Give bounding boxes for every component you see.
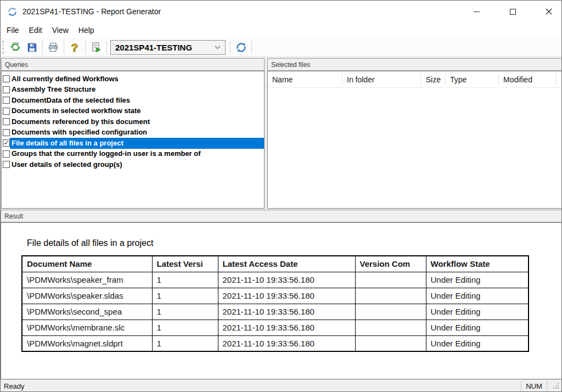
queries-pane: Queries All currently defined WorkflowsA… [1, 58, 265, 209]
run-report-button[interactable] [88, 40, 104, 55]
result-cell: \PDMWorks\membrane.slc [22, 320, 152, 335]
result-cell: \PDMWorks\speaker_fram [22, 272, 152, 288]
result-cell [355, 320, 426, 335]
checkbox[interactable] [3, 108, 10, 115]
menu-help[interactable]: Help [74, 24, 99, 37]
column-header-type[interactable]: Type [446, 74, 499, 86]
maximize-button[interactable] [500, 1, 525, 23]
result-column-header: Version Com [355, 256, 426, 272]
report-selector-combo[interactable]: 2021SP41-TESTING [110, 40, 226, 55]
resize-grip[interactable] [552, 383, 560, 391]
checkbox[interactable] [3, 75, 10, 82]
status-bar: Ready NUM [1, 379, 561, 392]
result-column-header: Workflow State [426, 256, 529, 272]
query-item-label: File details of all files in a project [10, 138, 264, 149]
result-cell: 1 [152, 272, 218, 288]
column-header-modified[interactable]: Modified [499, 74, 557, 86]
toolbar: ? 2021SP41-TESTING [1, 38, 561, 57]
query-item[interactable]: Documents referenced by this document [2, 116, 264, 127]
result-cell: 2021-11-10 19:33:56.180 [218, 335, 355, 351]
query-item[interactable]: Groups that the currently logged-in user… [2, 149, 264, 160]
menu-file[interactable]: File [2, 24, 24, 37]
title-bar: 2021SP41-TESTING - Report Generator [1, 1, 561, 23]
result-column-header: Latest Versi [152, 256, 218, 272]
checkbox[interactable] [3, 86, 10, 93]
app-sync-icon [7, 6, 18, 17]
result-header-row: Document NameLatest VersiLatest Access D… [22, 256, 529, 272]
result-cell [355, 272, 426, 288]
result-pane: Result File details of all files in a pr… [1, 210, 562, 379]
checkbox[interactable] [3, 129, 10, 136]
result-cell: \PDMWorks\magnet.sldprt [22, 335, 152, 351]
result-cell: Under Editing [426, 335, 529, 351]
checkbox[interactable] [3, 161, 10, 168]
maximize-icon [510, 9, 516, 15]
result-table: Document NameLatest VersiLatest Access D… [21, 255, 529, 352]
refresh-document-icon [10, 42, 21, 53]
result-cell: 2021-11-10 19:33:56.180 [218, 272, 355, 288]
toolbar-separator [230, 40, 231, 54]
toolbar-separator [251, 40, 252, 54]
toolbar-separator [64, 40, 64, 54]
refresh-document-button[interactable] [7, 40, 24, 55]
column-header-size[interactable]: Size [421, 74, 446, 86]
query-item-label: Documents referenced by this document [10, 116, 264, 127]
query-item[interactable]: Documents with specified configuration [2, 127, 264, 138]
result-cell: 1 [152, 320, 218, 335]
report-selector-value: 2021SP41-TESTING [115, 43, 215, 52]
table-row: \PDMWorks\magnet.sldprt12021-11-10 19:33… [22, 335, 529, 351]
queries-pane-caption: Queries [1, 58, 265, 71]
result-cell [355, 304, 426, 320]
selected-files-list [268, 88, 561, 208]
checkbox[interactable] [3, 150, 10, 158]
toolbar-gripper[interactable] [2, 41, 4, 54]
result-cell [355, 335, 426, 351]
result-cell: \PDMWorks\second_spea [22, 304, 152, 320]
result-cell: 2021-11-10 19:33:56.180 [218, 304, 355, 320]
checkbox[interactable] [3, 97, 10, 104]
result-cell: Under Editing [426, 272, 529, 288]
query-item[interactable]: All currently defined Workflows [2, 74, 264, 85]
query-item-label: Assembly Tree Structure [10, 84, 264, 95]
close-button[interactable] [536, 1, 561, 23]
refresh-button[interactable] [233, 40, 249, 55]
menu-view[interactable]: View [47, 24, 74, 37]
table-row: \PDMWorks\speaker.sldas12021-11-10 19:33… [22, 288, 529, 304]
query-item[interactable]: DocumentData of the selected files [2, 95, 264, 106]
queries-list: All currently defined WorkflowsAssembly … [1, 71, 265, 209]
help-icon: ? [71, 42, 78, 53]
save-icon [27, 42, 37, 53]
selected-files-pane-caption: Selected files [267, 58, 562, 71]
column-header-name[interactable]: Name [268, 74, 342, 86]
query-item[interactable]: Assembly Tree Structure [2, 85, 264, 96]
menu-edit[interactable]: Edit [24, 24, 47, 37]
selected-files-column-headers: NameIn folderSizeTypeModified [268, 71, 561, 88]
selected-files-listview: NameIn folderSizeTypeModified [267, 71, 562, 209]
query-item[interactable]: Documents in selected workflow state [2, 106, 264, 117]
result-cell: \PDMWorks\speaker.sldas [22, 288, 152, 304]
table-row: \PDMWorks\membrane.slc12021-11-10 19:33:… [22, 320, 529, 335]
check-icon: ✓ [3, 140, 9, 146]
num-lock-indicator: NUM [521, 381, 547, 392]
help-button[interactable]: ? [66, 40, 83, 55]
minimize-button[interactable] [464, 1, 489, 23]
window-controls [464, 1, 561, 23]
table-row: \PDMWorks\speaker_fram12021-11-10 19:33:… [22, 272, 529, 288]
save-button[interactable] [24, 40, 40, 55]
print-button[interactable] [45, 40, 61, 55]
result-cell: Under Editing [426, 320, 529, 335]
main-area: Queries All currently defined WorkflowsA… [1, 57, 561, 379]
query-item[interactable]: User details of selected group(s) [2, 159, 264, 170]
checkbox[interactable] [3, 118, 10, 125]
checkbox[interactable]: ✓ [3, 139, 10, 147]
result-column-header: Document Name [22, 256, 152, 272]
column-header-in-folder[interactable]: In folder [342, 74, 421, 86]
result-cell: Under Editing [426, 288, 529, 304]
minimize-icon [474, 12, 480, 12]
result-cell: Under Editing [426, 304, 529, 320]
refresh-icon [235, 42, 247, 53]
print-icon [48, 42, 59, 53]
toolbar-separator [42, 40, 43, 54]
query-item[interactable]: ✓File details of all files in a project [2, 138, 264, 149]
report-generator-window: 2021SP41-TESTING - Report Generator File… [0, 0, 562, 392]
